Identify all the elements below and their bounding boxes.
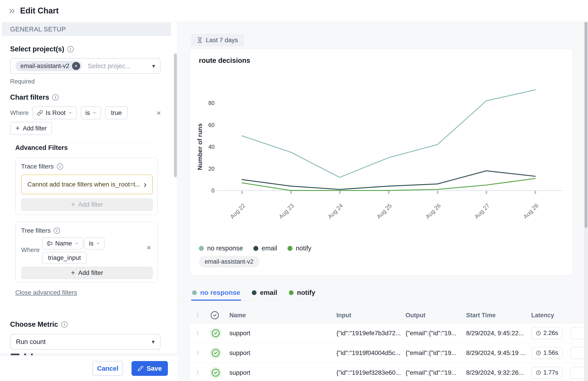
info-icon[interactable]: i bbox=[52, 94, 59, 101]
close-advanced-filters-link[interactable]: Close advanced filters bbox=[15, 289, 77, 296]
run-input: {"id":"1919ef3283e60... bbox=[336, 369, 401, 376]
run-output: {"email":{"id":"19... bbox=[405, 369, 457, 376]
collapse-panel-icon[interactable]: » bbox=[9, 5, 15, 15]
add-chart-filter-button[interactable]: + Add filter bbox=[10, 122, 52, 135]
project-select-placeholder: Select projec... bbox=[88, 62, 131, 70]
filter-value[interactable]: true bbox=[105, 106, 127, 119]
table-header-row: Name Input Output Start Time Latency bbox=[190, 307, 584, 323]
page-title: Edit Chart bbox=[20, 6, 59, 16]
legend-dot bbox=[199, 246, 204, 251]
svg-text:Aug 22: Aug 22 bbox=[229, 202, 246, 220]
tab-dot bbox=[192, 290, 197, 295]
project-select[interactable]: email-assistant-v2 × Select projec... ▾ bbox=[10, 58, 161, 74]
latency-badge: 1.77s bbox=[531, 367, 563, 379]
chevron-down-icon[interactable]: ▾ bbox=[152, 63, 155, 70]
svg-text:80: 80 bbox=[208, 100, 214, 106]
info-icon[interactable]: i bbox=[67, 46, 74, 52]
run-chart-svg: 020406080Aug 22Aug 23Aug 24Aug 25Aug 26A… bbox=[190, 49, 573, 276]
cancel-button[interactable]: Cancel bbox=[92, 361, 123, 376]
column-header-start-time[interactable]: Start Time bbox=[466, 312, 496, 319]
tab-dot bbox=[289, 290, 294, 295]
where-label: Where bbox=[10, 109, 28, 116]
svg-text:40: 40 bbox=[208, 144, 214, 150]
tab-no-response[interactable]: no response bbox=[191, 286, 241, 301]
select-projects-label: Select project(s) i bbox=[10, 45, 74, 53]
add-tree-filter-button[interactable]: + Add filter bbox=[21, 267, 153, 279]
info-icon[interactable]: i bbox=[61, 321, 67, 328]
run-name[interactable]: support bbox=[229, 330, 250, 337]
save-button[interactable]: Save bbox=[131, 361, 168, 376]
clipped-badge bbox=[570, 367, 584, 379]
filter-operator-button[interactable]: is bbox=[81, 106, 101, 119]
chart-filter-row: Where Is Root is true × bbox=[10, 106, 161, 119]
remove-filter-icon[interactable]: × bbox=[156, 109, 161, 117]
chart-project-chip: email-assistant-v2 bbox=[199, 256, 259, 267]
chevron-down-icon: ▾ bbox=[152, 338, 155, 345]
filter-field-button[interactable]: Is Root bbox=[33, 106, 77, 119]
where-label: Where bbox=[21, 246, 40, 254]
column-header-input[interactable]: Input bbox=[336, 312, 351, 319]
tab-email[interactable]: email bbox=[251, 286, 278, 301]
page-scrollbar[interactable] bbox=[584, 21, 588, 381]
tree-filters-card: Tree filters i Where Name is triage_inpu… bbox=[15, 222, 158, 283]
chevron-down-icon bbox=[75, 241, 79, 245]
trace-filters-warning[interactable]: Cannot add trace filters when is_root=t.… bbox=[21, 175, 153, 194]
run-name[interactable]: support bbox=[229, 349, 250, 357]
column-header-latency[interactable]: Latency bbox=[531, 312, 554, 319]
tab-dot bbox=[252, 290, 256, 295]
trace-filters-card: Trace filters i Cannot add trace filters… bbox=[15, 158, 158, 215]
row-checkbox[interactable] bbox=[197, 350, 198, 355]
row-checkbox[interactable] bbox=[197, 370, 198, 375]
svg-text:Number of runs: Number of runs bbox=[196, 123, 203, 170]
plus-icon: + bbox=[71, 201, 75, 208]
info-icon[interactable]: i bbox=[54, 228, 60, 234]
run-input: {"id":"1919f04004d5c... bbox=[336, 349, 400, 357]
svg-text:20: 20 bbox=[208, 166, 214, 172]
row-checkbox[interactable] bbox=[197, 331, 198, 336]
tab-notify[interactable]: notify bbox=[288, 286, 316, 301]
select-all-checkbox[interactable] bbox=[197, 313, 198, 318]
project-chip: email-assistant-v2 × bbox=[16, 61, 82, 71]
table-row[interactable]: support {"id":"1919ef3283e60... {"email"… bbox=[190, 363, 584, 381]
add-trace-filter-button[interactable]: + Add filter bbox=[21, 198, 153, 211]
plus-icon: + bbox=[16, 125, 20, 132]
chart-legend: no response email notify bbox=[199, 245, 311, 252]
tree-filter-value[interactable]: triage_input bbox=[42, 252, 87, 264]
info-icon[interactable]: i bbox=[57, 163, 63, 170]
chevron-right-icon: › bbox=[144, 180, 147, 189]
column-header-name[interactable]: Name bbox=[229, 312, 246, 319]
clock-icon bbox=[536, 350, 541, 356]
scrollbar-thumb[interactable] bbox=[585, 22, 587, 228]
chart-card: route decisions 020406080Aug 22Aug 23Aug… bbox=[190, 49, 573, 275]
svg-text:Aug 27: Aug 27 bbox=[473, 202, 491, 220]
pencil-icon bbox=[138, 365, 143, 371]
svg-text:Aug 24: Aug 24 bbox=[326, 202, 344, 220]
table-row[interactable]: support {"id":"1919efe7b3d72... {"email"… bbox=[190, 323, 584, 343]
trace-filters-label: Trace filters i bbox=[21, 163, 63, 170]
clock-icon bbox=[536, 370, 541, 375]
edit-chart-page: » Edit Chart GENERAL SETUP Select projec… bbox=[0, 0, 588, 381]
tree-filter-operator-button[interactable]: is bbox=[84, 237, 105, 250]
run-output: {"email":{"id":"19... bbox=[405, 330, 457, 337]
legend-item: email bbox=[253, 245, 277, 252]
remove-project-icon[interactable]: × bbox=[72, 62, 80, 70]
run-output: {"email":{"id":"19... bbox=[405, 349, 457, 357]
column-header-output[interactable]: Output bbox=[405, 312, 425, 319]
required-note: Required bbox=[10, 78, 35, 85]
run-input: {"id":"1919efe7b3d72... bbox=[336, 330, 401, 337]
general-setup-section-header: GENERAL SETUP bbox=[2, 22, 171, 36]
table-row[interactable]: support {"id":"1919f04004d5c... {"email"… bbox=[190, 343, 584, 363]
tree-filter-field-button[interactable]: Name bbox=[42, 237, 83, 250]
remove-tree-filter-icon[interactable]: × bbox=[147, 244, 151, 251]
drawer-scrollbar[interactable] bbox=[174, 53, 177, 177]
advanced-filters-title: Advanced Filters bbox=[15, 144, 68, 151]
metric-select[interactable]: Run count ▾ bbox=[10, 334, 161, 350]
time-range-chip[interactable]: Last 7 days bbox=[191, 34, 244, 46]
chart-filters-label: Chart filters i bbox=[10, 93, 59, 101]
legend-item: no response bbox=[199, 245, 243, 252]
run-start-time: 8/29/2024, 9:32:26... bbox=[466, 369, 524, 376]
svg-text:Aug 25: Aug 25 bbox=[375, 202, 393, 220]
run-name[interactable]: support bbox=[229, 369, 250, 376]
status-column-icon bbox=[210, 310, 220, 320]
runs-table: Name Input Output Start Time Latency sup… bbox=[190, 307, 584, 381]
